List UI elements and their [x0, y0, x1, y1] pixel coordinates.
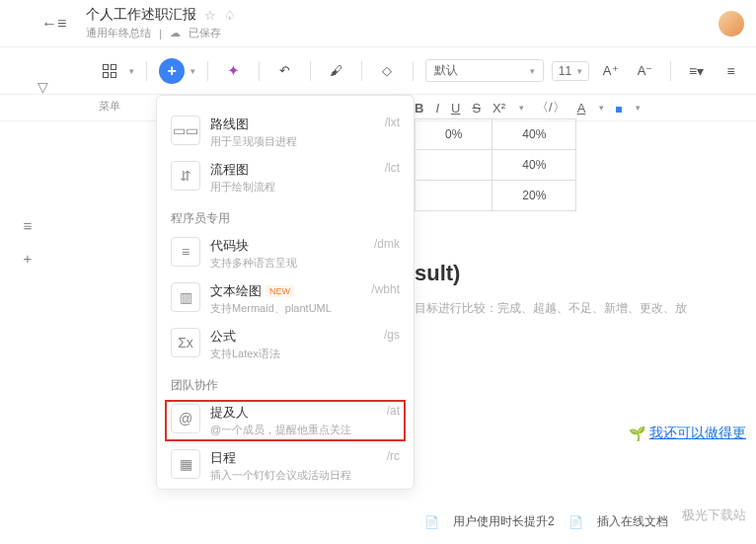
separator: |: [159, 28, 162, 39]
formula-icon: Σx: [171, 328, 200, 357]
dropdown-item-mention[interactable]: @ 提及人 @一个成员，提醒他重点关注 /at: [157, 398, 414, 443]
user-avatar[interactable]: [718, 11, 744, 37]
doc-link-icon: 📄: [424, 515, 439, 529]
calendar-icon: ▦: [171, 449, 200, 479]
star-icon[interactable]: ☆: [204, 8, 216, 23]
flowchart-icon: ⇵: [171, 161, 200, 191]
font-color-button[interactable]: A: [577, 101, 586, 116]
seedling-icon: 🌱: [629, 426, 645, 441]
dropdown-item-formula[interactable]: Σx 公式 支持Latex语法 /gs: [157, 322, 414, 367]
chevron-down-icon[interactable]: ▾: [129, 66, 134, 76]
dropdown-item-flowchart[interactable]: ⇵ 流程图 用于绘制流程 /lct: [157, 155, 414, 200]
document-content: 0%40% 40% 20% sult) 目标进行比较：完成、超越、不足、新增、更…: [415, 118, 746, 317]
doc-link-icon: 📄: [568, 515, 583, 529]
tip-banner[interactable]: 🌱 我还可以做得更: [629, 425, 746, 442]
roadmap-icon: ▭▭: [171, 116, 200, 145]
section-description: 目标进行比较：完成、超越、不足、新增、更改、放: [415, 300, 746, 317]
text-draw-icon: ▥: [171, 282, 200, 312]
template-name: 通用年终总结: [86, 26, 151, 40]
new-badge: NEW: [265, 285, 294, 297]
dropdown-item-calendar[interactable]: ▦ 日程 插入一个钉钉会议或活动日程 /rc: [157, 443, 414, 489]
dropdown-item-code[interactable]: ≡ 代码块 支持多种语言呈现 /dmk: [157, 231, 414, 276]
undo-button[interactable]: ↶: [271, 57, 298, 85]
saved-status: 已保存: [189, 26, 221, 40]
cloud-saved-icon: ☁: [170, 27, 181, 39]
italic-button[interactable]: I: [435, 101, 439, 116]
increase-font-button[interactable]: A⁺: [597, 57, 624, 85]
bell-icon[interactable]: ♤: [224, 8, 236, 23]
list-button[interactable]: ≡▾: [683, 57, 710, 85]
format-painter-button[interactable]: 🖌: [323, 57, 349, 85]
document-title: 个人工作述职汇报: [86, 6, 196, 24]
insert-button[interactable]: +: [159, 58, 185, 84]
dropdown-item-roadmap[interactable]: ▭▭ 路线图 用于呈现项目进程 /lxt: [157, 110, 414, 155]
insert-doc-text[interactable]: 插入在线文档: [597, 513, 668, 530]
ai-assist-button[interactable]: ✦: [220, 57, 247, 85]
strike-button[interactable]: S: [472, 101, 481, 116]
font-size-select[interactable]: 11 ▾: [552, 61, 589, 81]
data-table[interactable]: 0%40% 40% 20%: [415, 118, 576, 211]
mention-icon: @: [171, 404, 200, 433]
section-heading: sult): [415, 261, 746, 286]
insert-dropdown: ▭▭ 路线图 用于呈现项目进程 /lxt ⇵ 流程图 用于绘制流程 /lct 程…: [156, 95, 415, 490]
font-family-select[interactable]: 默认 ▾: [425, 59, 544, 82]
view-grid-button[interactable]: [96, 57, 123, 85]
watermark: 极光下载站: [682, 506, 746, 524]
add-icon[interactable]: +: [24, 250, 33, 267]
code-block-icon: ≡: [171, 237, 200, 267]
search-icon[interactable]: ≡: [24, 217, 33, 234]
collapse-sidebar-icon[interactable]: ←≡: [41, 15, 66, 33]
code-button[interactable]: 〈/〉: [536, 99, 566, 117]
underline-button[interactable]: U: [451, 101, 460, 116]
dropdown-section-team: 团队协作: [157, 367, 414, 398]
usage-text[interactable]: 用户使用时长提升2: [453, 513, 555, 530]
highlight-button[interactable]: [616, 101, 622, 116]
bold-button[interactable]: B: [415, 101, 423, 116]
numbered-list-button[interactable]: ≡: [718, 57, 744, 85]
dropdown-section-dev: 程序员专用: [157, 200, 414, 231]
decrease-font-button[interactable]: A⁻: [632, 57, 658, 85]
menu-label: 菜单: [99, 99, 120, 114]
eraser-button[interactable]: ◇: [374, 57, 401, 85]
superscript-button[interactable]: X²: [492, 101, 505, 116]
chevron-down-icon[interactable]: ▾: [190, 66, 195, 76]
dropdown-item-textdraw[interactable]: ▥ 文本绘图NEW 支持Mermaid、plantUML /wbht: [157, 276, 414, 322]
